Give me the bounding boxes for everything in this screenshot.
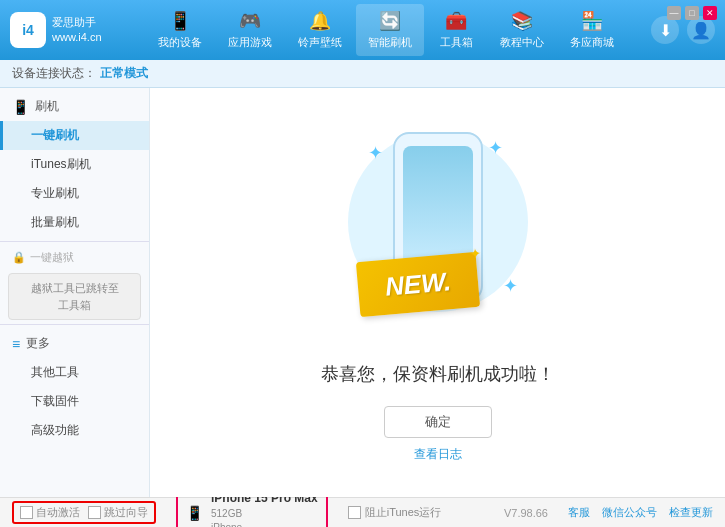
nav-service-label: 务应商城 bbox=[570, 35, 614, 50]
sidebar-section-jailbreak: 🔒 一键越狱 越狱工具已跳转至工具箱 bbox=[0, 246, 149, 320]
lock-icon: 🔒 bbox=[12, 251, 26, 264]
nav-smart-flash[interactable]: 🔄 智能刷机 bbox=[356, 4, 424, 56]
sidebar-divider-2 bbox=[0, 324, 149, 325]
auto-activate-checkbox[interactable] bbox=[20, 506, 33, 519]
toolbox-icon: 🧰 bbox=[445, 10, 467, 32]
minimize-button[interactable]: — bbox=[667, 6, 681, 20]
sidebar-flash-title[interactable]: 📱 刷机 bbox=[0, 92, 149, 121]
view-log-button[interactable]: 查看日志 bbox=[414, 446, 462, 463]
logo-text: 爱思助手 www.i4.cn bbox=[52, 15, 102, 46]
success-message: 恭喜您，保资料刷机成功啦！ bbox=[321, 362, 555, 386]
sidebar-item-itunes-flash[interactable]: iTunes刷机 bbox=[0, 150, 149, 179]
main-layout: 📱 刷机 一键刷机 iTunes刷机 专业刷机 批量刷机 bbox=[0, 88, 725, 497]
flash-section-icon: 📱 bbox=[12, 99, 29, 115]
sidebar-item-advanced[interactable]: 高级功能 bbox=[0, 416, 149, 445]
footer: 自动激活 跳过向导 📱 iPhone 15 Pro Max 512GB iPho… bbox=[0, 497, 725, 527]
apps-icon: 🎮 bbox=[239, 10, 261, 32]
sidebar-item-download-firmware[interactable]: 下载固件 bbox=[0, 387, 149, 416]
more-section-label: 更多 bbox=[26, 335, 50, 352]
ribbon-text: NEW. bbox=[383, 266, 451, 303]
version-label: V7.98.66 bbox=[504, 507, 548, 519]
device-phone-icon: 📱 bbox=[186, 505, 203, 521]
header: i4 爱思助手 www.i4.cn 📱 我的设备 🎮 应用游戏 🔔 铃声壁纸 🔄 bbox=[0, 0, 725, 60]
maximize-button[interactable]: □ bbox=[685, 6, 699, 20]
close-button[interactable]: ✕ bbox=[703, 6, 717, 20]
nav-my-device[interactable]: 📱 我的设备 bbox=[146, 4, 214, 56]
itunes-label: 阻止iTunes运行 bbox=[365, 505, 442, 520]
user-button[interactable]: 👤 bbox=[687, 16, 715, 44]
logo-icon: i4 bbox=[10, 12, 46, 48]
nav-smart-flash-label: 智能刷机 bbox=[368, 35, 412, 50]
window-controls: — □ ✕ bbox=[667, 6, 717, 20]
flash-section-label: 刷机 bbox=[35, 98, 59, 115]
flash-icon: 🔄 bbox=[379, 10, 401, 32]
sparkle-icon-1: ✦ bbox=[368, 142, 383, 164]
itunes-block: 阻止iTunes运行 bbox=[348, 505, 442, 520]
download-button[interactable]: ⬇ bbox=[651, 16, 679, 44]
logo-abbr: i4 bbox=[22, 22, 34, 38]
sparkle-icon-3: ✦ bbox=[503, 275, 518, 297]
skip-guide-checkbox[interactable] bbox=[88, 506, 101, 519]
auto-activate-label: 自动激活 bbox=[36, 505, 80, 520]
sidebar-item-one-key-flash[interactable]: 一键刷机 bbox=[0, 121, 149, 150]
nav-service[interactable]: 🏪 务应商城 bbox=[558, 4, 626, 56]
footer-options-box: 自动激活 跳过向导 bbox=[12, 501, 156, 524]
sidebar-divider-1 bbox=[0, 241, 149, 242]
sidebar-item-pro-flash[interactable]: 专业刷机 bbox=[0, 179, 149, 208]
content-area: ✦ ✦ ✦ NEW. ✦ 恭喜您，保资料刷机成功啦！ 确定 查看日志 bbox=[150, 88, 725, 497]
ringtone-icon: 🔔 bbox=[309, 10, 331, 32]
sidebar-jailbreak-title: 🔒 一键越狱 bbox=[0, 246, 149, 269]
nav-bar: 📱 我的设备 🎮 应用游戏 🔔 铃声壁纸 🔄 智能刷机 🧰 工具箱 📚 bbox=[122, 4, 651, 56]
skip-guide-option[interactable]: 跳过向导 bbox=[88, 505, 148, 520]
sidebar-section-flash: 📱 刷机 一键刷机 iTunes刷机 专业刷机 批量刷机 bbox=[0, 92, 149, 237]
nav-toolbox-label: 工具箱 bbox=[440, 35, 473, 50]
confirm-button[interactable]: 确定 bbox=[384, 406, 492, 438]
sidebar-item-other-tools[interactable]: 其他工具 bbox=[0, 358, 149, 387]
breadcrumb-mode: 正常模式 bbox=[100, 65, 148, 82]
header-right: ⬇ 👤 bbox=[651, 16, 715, 44]
footer-link-update[interactable]: 检查更新 bbox=[669, 505, 713, 520]
device-storage: 512GB bbox=[211, 507, 318, 521]
sidebar-section-more: ≡ 更多 其他工具 下载固件 高级功能 bbox=[0, 329, 149, 445]
nav-ringtones-label: 铃声壁纸 bbox=[298, 35, 342, 50]
breadcrumb: 设备连接状态： 正常模式 bbox=[0, 60, 725, 88]
footer-link-wechat[interactable]: 微信公众号 bbox=[602, 505, 657, 520]
more-section-icon: ≡ bbox=[12, 336, 20, 352]
auto-activate-option[interactable]: 自动激活 bbox=[20, 505, 80, 520]
device-type: iPhone bbox=[211, 521, 318, 527]
nav-toolbox[interactable]: 🧰 工具箱 bbox=[426, 4, 486, 56]
sidebar-jailbreak-notice: 越狱工具已跳转至工具箱 bbox=[8, 273, 141, 320]
nav-apps-games[interactable]: 🎮 应用游戏 bbox=[216, 4, 284, 56]
device-icon: 📱 bbox=[169, 10, 191, 32]
sidebar-item-batch-flash[interactable]: 批量刷机 bbox=[0, 208, 149, 237]
phone-illustration: ✦ ✦ ✦ NEW. ✦ bbox=[338, 122, 538, 342]
itunes-checkbox[interactable] bbox=[348, 506, 361, 519]
tutorial-icon: 📚 bbox=[511, 10, 533, 32]
nav-ringtones[interactable]: 🔔 铃声壁纸 bbox=[286, 4, 354, 56]
nav-tutorial-label: 教程中心 bbox=[500, 35, 544, 50]
nav-tutorial[interactable]: 📚 教程中心 bbox=[488, 4, 556, 56]
sparkle-icon-2: ✦ bbox=[488, 137, 503, 159]
nav-apps-label: 应用游戏 bbox=[228, 35, 272, 50]
breadcrumb-prefix: 设备连接状态： bbox=[12, 65, 96, 82]
ribbon-stars-icon: ✦ bbox=[468, 245, 481, 262]
sidebar-more-title[interactable]: ≡ 更多 bbox=[0, 329, 149, 358]
new-ribbon: NEW. ✦ bbox=[355, 252, 479, 317]
footer-link-service[interactable]: 客服 bbox=[568, 505, 590, 520]
service-icon: 🏪 bbox=[581, 10, 603, 32]
skip-guide-label: 跳过向导 bbox=[104, 505, 148, 520]
sidebar: 📱 刷机 一键刷机 iTunes刷机 专业刷机 批量刷机 bbox=[0, 88, 150, 497]
nav-my-device-label: 我的设备 bbox=[158, 35, 202, 50]
footer-links: 客服 微信公众号 检查更新 bbox=[568, 505, 713, 520]
logo: i4 爱思助手 www.i4.cn bbox=[10, 12, 102, 48]
